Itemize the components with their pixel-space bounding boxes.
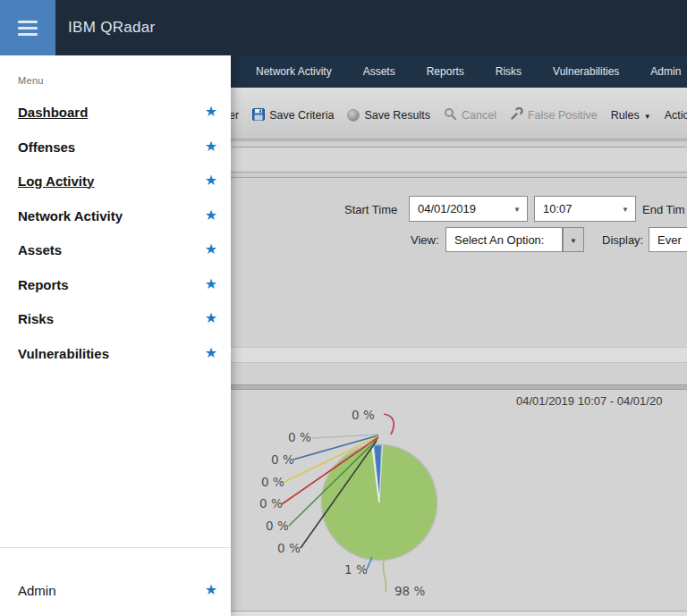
cancel-button[interactable]: Cancel [444, 107, 496, 123]
menu-item-dashboard[interactable]: Dashboard ★ [18, 102, 217, 122]
pie-label: 0 % [259, 496, 283, 511]
menu-title: Menu [18, 75, 44, 86]
menu-item-label: Assets [18, 242, 62, 257]
save-criteria-label: Save Criteria [269, 109, 334, 122]
menu-item-network-activity[interactable]: Network Activity ★ [18, 206, 217, 225]
tab-risks[interactable]: Risks [496, 65, 522, 78]
menu-icon [18, 27, 38, 30]
start-clock-select[interactable]: 10:07 ▼ [534, 196, 636, 222]
menu-item-label: Reports [18, 277, 69, 292]
chevron-down-icon: ▼ [513, 206, 521, 214]
menu-item-label: Risks [18, 311, 54, 326]
magnifier-icon [444, 107, 457, 123]
display-select[interactable]: Ever [649, 227, 687, 252]
menu-item-label: Admin [18, 583, 56, 598]
menu-item-reports[interactable]: Reports ★ [18, 274, 217, 294]
favorite-star-icon[interactable]: ★ [205, 242, 217, 257]
rules-dropdown[interactable]: Rules ▼ [611, 109, 651, 122]
pie-label: 0 % [266, 519, 289, 533]
false-positive-button[interactable]: False Positive [510, 107, 598, 123]
menu-item-log-activity[interactable]: Log Activity ★ [18, 171, 217, 190]
menu-icon [18, 21, 38, 23]
app-title: IBM QRadar [68, 0, 155, 55]
save-results-label: Save Results [364, 109, 430, 122]
save-criteria-button[interactable]: Save Criteria [252, 108, 334, 123]
pie-label: 98 % [394, 584, 425, 598]
menu-item-label: Vulnerabilities [18, 346, 109, 361]
display-value: Ever [657, 233, 682, 247]
chevron-down-icon: ▼ [622, 206, 629, 214]
view-value: Select An Option: [454, 233, 544, 247]
app-header: IBM QRadar [0, 0, 687, 55]
pie-label: 0 % [261, 475, 284, 489]
wrench-icon [510, 107, 523, 123]
start-date-select[interactable]: 04/01/2019 ▼ [409, 196, 528, 222]
menu-item-label: Offenses [18, 139, 75, 155]
favorite-star-icon[interactable]: ★ [205, 277, 217, 291]
tab-reports[interactable]: Reports [427, 65, 464, 78]
start-time-label: Start Time [344, 203, 397, 216]
false-positive-label: False Positive [528, 109, 598, 122]
start-clock-value: 10:07 [543, 202, 572, 215]
toolbar-row: er Save Criteria Save Results Cancel [229, 107, 687, 123]
pie-leader-line [384, 414, 394, 435]
favorite-star-icon[interactable]: ★ [205, 346, 217, 360]
display-label: Display: [602, 233, 643, 247]
menu-item-offenses[interactable]: Offenses ★ [18, 137, 217, 156]
view-select[interactable]: Select An Option: [445, 227, 563, 252]
actions-label: Actions [665, 109, 687, 122]
favorite-star-icon[interactable]: ★ [205, 105, 217, 119]
tab-network-activity[interactable]: Network Activity [256, 65, 332, 78]
menu-icon [18, 33, 38, 36]
tab-admin[interactable]: Admin [650, 65, 681, 78]
pie-label: 0 % [271, 452, 294, 467]
menu-item-label: Dashboard [18, 105, 88, 120]
cancel-label: Cancel [462, 109, 496, 122]
actions-dropdown[interactable]: Actions ▼ [665, 109, 687, 122]
menu-item-admin[interactable]: Admin ★ [18, 580, 217, 600]
save-disk-icon [252, 108, 265, 123]
favorite-star-icon[interactable]: ★ [205, 311, 217, 325]
favorite-star-icon[interactable]: ★ [205, 208, 217, 223]
favorite-star-icon[interactable]: ★ [205, 583, 217, 597]
menu-item-vulnerabilities[interactable]: Vulnerabilities ★ [18, 343, 217, 363]
menu-divider [0, 547, 231, 548]
view-label: View: [411, 233, 439, 247]
end-time-label: End Tim [642, 203, 685, 216]
chevron-down-icon: ▼ [644, 113, 651, 121]
save-results-button[interactable]: Save Results [347, 109, 430, 122]
hamburger-menu-button[interactable] [0, 0, 55, 55]
pie-leader-line [383, 561, 386, 592]
rules-label: Rules [611, 109, 640, 122]
favorite-star-icon[interactable]: ★ [205, 139, 217, 154]
tab-assets[interactable]: Assets [363, 65, 395, 78]
pie-label: 0 % [288, 430, 311, 444]
pie-label: 0 % [277, 541, 301, 555]
pie-label: 1 % [344, 562, 368, 577]
favorite-star-icon[interactable]: ★ [205, 173, 217, 188]
menu-item-assets[interactable]: Assets ★ [18, 240, 217, 259]
chevron-down-icon: ▼ [570, 237, 577, 245]
nav-menu-panel: Menu Dashboard ★ Offenses ★ Log Activity… [0, 55, 231, 616]
qradar-screen: Network Activity Assets Reports Risks Vu… [0, 0, 687, 616]
pie-label: 0 % [352, 408, 375, 422]
save-results-icon [347, 109, 360, 122]
menu-item-label: Log Activity [18, 173, 94, 189]
tab-vulnerabilities[interactable]: Vulnerabilities [553, 65, 619, 78]
menu-item-label: Network Activity [18, 208, 123, 224]
start-date-value: 04/01/2019 [418, 202, 476, 215]
view-select-arrow-button[interactable]: ▼ [563, 227, 584, 252]
menu-item-risks[interactable]: Risks ★ [18, 308, 217, 328]
